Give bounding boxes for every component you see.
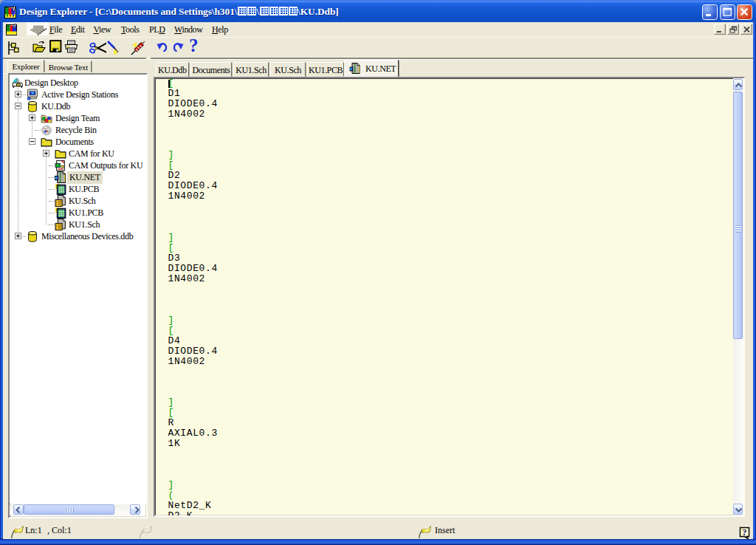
svg-text:?: ?: [742, 527, 746, 538]
